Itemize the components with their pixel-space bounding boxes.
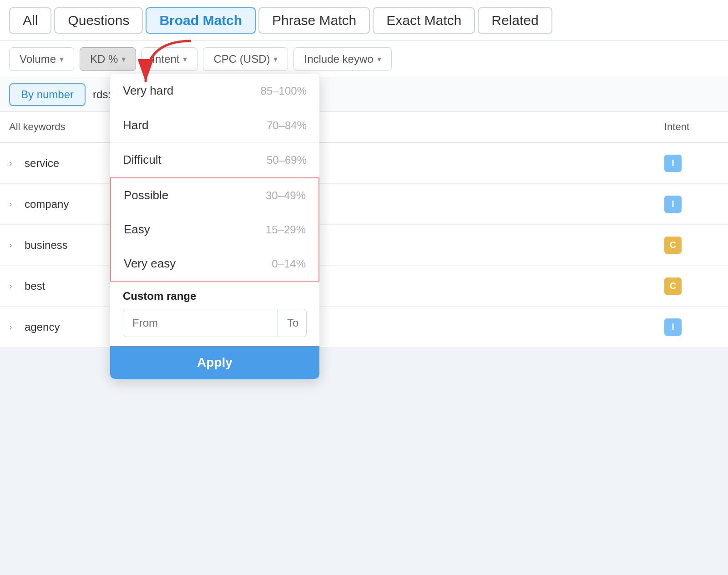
group-label-0: service — [23, 157, 114, 170]
dropdown-item-difficult[interactable]: Difficult 50–69% — [110, 143, 319, 177]
table-row: › service local seo » I — [0, 143, 728, 184]
intent-chevron-icon: ▾ — [183, 54, 187, 64]
volume-chevron-icon: ▾ — [60, 54, 64, 64]
cpc-filter-label: CPC (USD) — [213, 53, 270, 66]
expand-icon-3[interactable]: › — [9, 281, 23, 291]
group-label-4: agency — [23, 321, 114, 333]
cpc-filter[interactable]: CPC (USD) ▾ — [203, 47, 288, 71]
from-input[interactable] — [123, 309, 278, 337]
table-row: › company local seo services » I — [0, 184, 728, 225]
table-body: › service local seo » I › company local … — [0, 143, 728, 348]
tab-all[interactable]: All — [9, 7, 51, 34]
table-header: All keywords word ☰ Intent — [0, 112, 728, 143]
expand-icon-0[interactable]: › — [9, 158, 23, 168]
include-filter[interactable]: Include keywo ▾ — [293, 47, 391, 71]
dropdown-label-possible: Possible — [124, 188, 168, 202]
dropdown-range-very-easy: 0–14% — [272, 257, 306, 270]
group-label-2: business — [23, 239, 114, 252]
dropdown-label-very-hard: Very hard — [123, 84, 173, 98]
dropdown-range-hard: 70–84% — [267, 119, 307, 132]
badge-c-2: C — [664, 237, 682, 254]
intent-filter-label: Intent — [152, 53, 179, 66]
dropdown-range-very-hard: 85–100% — [261, 85, 307, 97]
group-label-3: best — [23, 280, 114, 293]
to-input[interactable] — [278, 309, 307, 337]
dropdown-range-possible: 30–49% — [266, 189, 306, 202]
tab-questions[interactable]: Questions — [54, 7, 143, 34]
intent-badge-3: C — [664, 277, 719, 295]
expand-icon-2[interactable]: › — [9, 240, 23, 250]
dropdown-item-possible[interactable]: Possible 30–49% — [110, 177, 319, 212]
table-row: › business local seo company » C — [0, 225, 728, 266]
toolbar-row: By number rds: 10,733 Total volume: 171,… — [0, 77, 728, 112]
volume-filter[interactable]: Volume ▾ — [9, 47, 74, 71]
expand-icon-4[interactable]: › — [9, 322, 23, 332]
intent-badge-1: I — [664, 196, 719, 213]
th-all-keywords: All keywords — [9, 121, 118, 133]
kd-filter-label: KD % — [90, 53, 118, 66]
dropdown-range-easy: 15–29% — [266, 223, 306, 236]
custom-range-section: Custom range — [110, 282, 319, 337]
dropdown-label-easy: Easy — [124, 222, 150, 237]
badge-i-1: I — [664, 196, 682, 213]
tab-broad-match[interactable]: Broad Match — [146, 7, 256, 34]
table-row: › agency local seo: why does it matter »… — [0, 307, 728, 348]
badge-c-3: C — [664, 277, 682, 295]
badge-i-4: I — [664, 318, 682, 336]
intent-badge-0: I — [664, 155, 719, 172]
kd-chevron-icon: ▾ — [121, 54, 126, 64]
by-number-button[interactable]: By number — [9, 83, 86, 106]
kd-filter[interactable]: KD % ▾ — [80, 47, 136, 71]
custom-range-inputs — [123, 309, 307, 337]
group-label-1: company — [23, 198, 114, 211]
intent-badge-2: C — [664, 237, 719, 254]
dropdown-item-hard[interactable]: Hard 70–84% — [110, 108, 319, 143]
volume-filter-label: Volume — [20, 53, 56, 66]
badge-i-0: I — [664, 155, 682, 172]
dropdown-item-very-hard[interactable]: Very hard 85–100% — [110, 74, 319, 108]
tab-bar: All Questions Broad Match Phrase Match E… — [0, 0, 728, 41]
include-filter-label: Include keywo — [304, 53, 373, 66]
tab-related[interactable]: Related — [478, 7, 552, 34]
intent-filter[interactable]: Intent ▾ — [142, 47, 197, 71]
table-row: › best local seo agency » C — [0, 266, 728, 307]
dropdown-label-hard: Hard — [123, 118, 148, 132]
filter-bar: Volume ▾ KD % ▾ Intent ▾ CPC (USD) ▾ Inc… — [0, 41, 728, 77]
include-chevron-icon: ▾ — [377, 54, 381, 64]
dropdown-label-difficult: Difficult — [123, 153, 162, 167]
expand-icon-1[interactable]: › — [9, 199, 23, 209]
tab-exact-match[interactable]: Exact Match — [373, 7, 475, 34]
dropdown-label-very-easy: Very easy — [124, 257, 176, 271]
dropdown-range-difficult: 50–69% — [267, 154, 307, 166]
th-intent: Intent — [664, 121, 719, 133]
custom-range-label: Custom range — [123, 290, 307, 303]
kd-dropdown: Very hard 85–100% Hard 70–84% Difficult … — [110, 74, 319, 379]
cpc-chevron-icon: ▾ — [273, 54, 278, 64]
tab-phrase-match[interactable]: Phrase Match — [258, 7, 370, 34]
intent-badge-4: I — [664, 318, 719, 336]
dropdown-item-easy[interactable]: Easy 15–29% — [110, 212, 319, 247]
dropdown-item-very-easy[interactable]: Very easy 0–14% — [110, 247, 319, 282]
apply-button[interactable]: Apply — [110, 346, 319, 379]
